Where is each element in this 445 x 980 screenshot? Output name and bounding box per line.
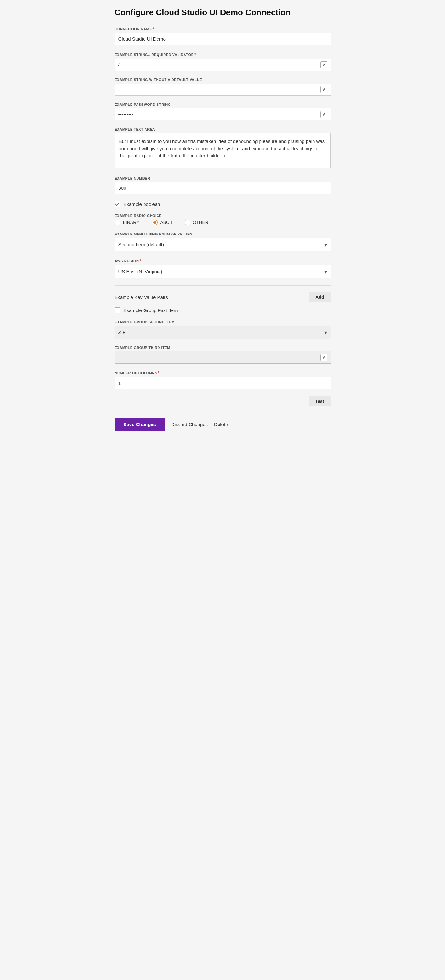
example-group-second-select[interactable]: ZIP GZIP NONE [114, 326, 331, 339]
example-radio-label: EXAMPLE RADIO CHOICE [114, 214, 331, 218]
number-of-columns-input[interactable] [114, 377, 331, 389]
example-password-group: EXAMPLE PASSWORD STRING V [114, 103, 331, 121]
page-title: Configure Cloud Studio UI Demo Connectio… [114, 8, 331, 18]
example-textarea-input[interactable]: But I must explain to you how all this m… [114, 133, 331, 168]
number-of-columns-label: NUMBER OF COLUMNS * [114, 371, 331, 375]
example-boolean-checkbox[interactable] [114, 201, 121, 207]
radio-item-binary[interactable]: BINARY [114, 220, 140, 225]
example-group-third-label: EXAMPLE GROUP THIRD ITEM [114, 346, 331, 350]
example-boolean-label: Example boolean [124, 202, 161, 207]
example-group-third-input[interactable] [114, 352, 331, 364]
example-password-input[interactable] [114, 108, 331, 121]
connection-name-group: CONNECTION NAME * [114, 26, 331, 45]
example-password-wrapper: V [114, 108, 331, 121]
example-number-input[interactable] [114, 182, 331, 194]
example-string-group: EXAMPLE STRING...REQUIRED VALIDATOR * V [114, 52, 331, 71]
example-group-third-group: EXAMPLE GROUP THIRD ITEM V [114, 346, 331, 364]
radio-circle-other[interactable] [184, 220, 190, 225]
example-group-second-label: EXAMPLE GROUP SECOND ITEM [114, 320, 331, 324]
radio-circle-ascii[interactable] [152, 220, 157, 225]
example-number-group: EXAMPLE NUMBER [114, 177, 331, 194]
required-indicator: * [153, 26, 154, 31]
validator-icon-2[interactable]: V [321, 86, 327, 93]
aws-region-wrapper: US East (N. Virginia) US West (Oregon) E… [114, 265, 331, 278]
example-menu-select[interactable]: First Item Second Item (default) Third I… [114, 238, 331, 251]
example-textarea-label: EXAMPLE TEXT AREA [114, 127, 331, 131]
connection-name-input[interactable] [114, 33, 331, 45]
example-group-first-checkbox[interactable] [114, 307, 121, 313]
save-changes-button[interactable]: Save Changes [114, 418, 165, 431]
radio-label-other: OTHER [193, 220, 208, 225]
example-group-first-label: Example Group First Item [124, 308, 178, 313]
example-string-no-default-wrapper: V [114, 84, 331, 95]
radio-label-ascii: ASCII [160, 220, 172, 225]
validator-icon-3[interactable]: V [321, 111, 327, 118]
example-string-input[interactable] [114, 59, 331, 71]
radio-options: BINARY ASCII OTHER [114, 220, 331, 225]
key-value-pairs-label: Example Key Value Pairs [114, 294, 168, 300]
discard-changes-button[interactable]: Discard Changes [171, 422, 208, 427]
aws-region-group: AWS REGION * US East (N. Virginia) US We… [114, 258, 331, 278]
connection-name-label: CONNECTION NAME * [114, 26, 331, 31]
required-indicator: * [158, 371, 160, 375]
example-string-no-default-group: EXAMPLE STRING WITHOUT A DEFAULT VALUE V [114, 78, 331, 95]
key-value-pairs-row: Example Key Value Pairs Add [114, 292, 331, 302]
connection-name-input-wrapper [114, 33, 331, 45]
example-menu-group: EXAMPLE MENU USING ENUM OF VALUES First … [114, 232, 331, 251]
delete-button[interactable]: Delete [214, 422, 228, 427]
radio-circle-binary[interactable] [114, 220, 121, 225]
aws-region-label: AWS REGION * [114, 258, 331, 263]
example-number-label: EXAMPLE NUMBER [114, 177, 331, 180]
validator-icon-4[interactable]: V [321, 354, 327, 361]
radio-item-other[interactable]: OTHER [184, 220, 208, 225]
radio-item-ascii[interactable]: ASCII [152, 220, 172, 225]
validator-icon[interactable]: V [321, 61, 327, 68]
example-group-third-wrapper: V [114, 352, 331, 364]
example-radio-group: EXAMPLE RADIO CHOICE BINARY ASCII OTHER [114, 214, 331, 225]
example-password-label: EXAMPLE PASSWORD STRING [114, 103, 331, 107]
example-group-second-group: EXAMPLE GROUP SECOND ITEM ZIP GZIP NONE … [114, 320, 331, 339]
example-string-no-default-label: EXAMPLE STRING WITHOUT A DEFAULT VALUE [114, 78, 331, 82]
example-menu-label: EXAMPLE MENU USING ENUM OF VALUES [114, 232, 331, 236]
aws-region-select[interactable]: US East (N. Virginia) US West (Oregon) E… [114, 265, 331, 278]
example-number-wrapper [114, 182, 331, 194]
number-of-columns-wrapper [114, 377, 331, 389]
add-key-value-button[interactable]: Add [309, 292, 331, 302]
example-menu-wrapper: First Item Second Item (default) Third I… [114, 238, 331, 251]
test-button-row: Test [114, 396, 331, 412]
example-textarea-group: EXAMPLE TEXT AREA But I must explain to … [114, 127, 331, 169]
section-divider [114, 285, 331, 286]
test-button[interactable]: Test [309, 396, 331, 406]
required-indicator: * [194, 52, 196, 57]
bottom-actions: Save Changes Discard Changes Delete [114, 418, 331, 431]
number-of-columns-group: NUMBER OF COLUMNS * [114, 371, 331, 389]
radio-label-binary: BINARY [123, 220, 140, 225]
example-group-second-wrapper: ZIP GZIP NONE ▾ [114, 326, 331, 339]
example-string-input-wrapper: V [114, 59, 331, 71]
example-boolean-row[interactable]: Example boolean [114, 201, 331, 207]
example-string-no-default-input[interactable] [114, 84, 331, 95]
example-string-label: EXAMPLE STRING...REQUIRED VALIDATOR * [114, 52, 331, 57]
required-indicator: * [140, 258, 141, 263]
example-group-first-row[interactable]: Example Group First Item [114, 307, 331, 313]
